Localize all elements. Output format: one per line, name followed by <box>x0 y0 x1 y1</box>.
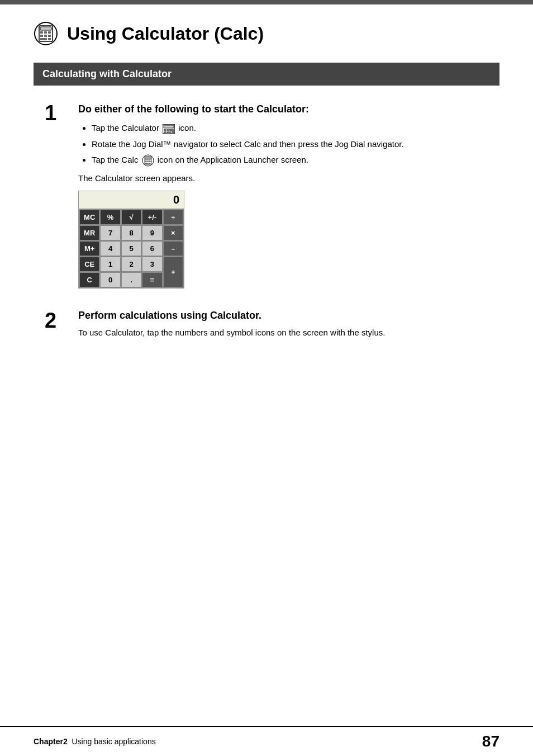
calc-inline-icon-1 <box>163 124 175 134</box>
calculator-title-icon <box>34 21 58 46</box>
calc-btn-multiply[interactable]: × <box>163 225 183 240</box>
footer-subtitle: Using basic applications <box>72 737 155 746</box>
calc-btn-plusminus[interactable]: +/- <box>142 210 162 225</box>
svg-rect-26 <box>145 161 147 162</box>
calc-btn-plus[interactable]: + <box>163 257 183 287</box>
calc-display: 0 <box>79 191 184 209</box>
step1-container: 1 Do either of the following to start th… <box>34 102 499 293</box>
step1-heading: Do either of the following to start the … <box>78 102 499 116</box>
svg-rect-7 <box>44 35 47 37</box>
svg-rect-10 <box>48 38 51 40</box>
calc-btn-1[interactable]: 1 <box>100 257 120 272</box>
calc-btn-0[interactable]: 0 <box>100 272 120 287</box>
calc-appears-text: The Calculator screen appears. <box>78 173 499 183</box>
page-content: Using Calculator (Calc) Calculating with… <box>0 4 533 390</box>
svg-rect-5 <box>48 31 51 34</box>
calc-btn-percent[interactable]: % <box>100 210 120 225</box>
svg-rect-2 <box>40 27 51 30</box>
calc-keypad: MC % √ +/- ÷ MR 7 8 9 × M+ 4 5 6 – <box>79 209 184 288</box>
page-title: Using Calculator (Calc) <box>67 23 264 44</box>
calc-btn-sqrt[interactable]: √ <box>121 210 141 225</box>
calc-btn-divide[interactable]: ÷ <box>163 210 183 225</box>
bullet-3: Tap the Calc icon on th <box>92 154 499 167</box>
calc-inline-icon-2 <box>142 154 154 167</box>
step1-number: 1 <box>45 102 67 293</box>
footer: Chapter2 Using basic applications 87 <box>0 726 533 756</box>
svg-rect-24 <box>147 159 149 160</box>
bullet-2: Rotate the Jog Dial™ navigator to select… <box>92 138 499 151</box>
calc-btn-3[interactable]: 3 <box>142 257 162 272</box>
calc-btn-minus[interactable]: – <box>163 241 183 256</box>
footer-left: Chapter2 Using basic applications <box>34 737 156 746</box>
calc-btn-4[interactable]: 4 <box>100 241 120 256</box>
step1-bullets: Tap the Calculator icon. Rotate <box>78 122 499 167</box>
svg-rect-28 <box>149 161 151 162</box>
calc-btn-equals[interactable]: = <box>142 272 162 287</box>
calc-btn-5[interactable]: 5 <box>121 241 141 256</box>
svg-rect-3 <box>40 31 43 34</box>
footer-page-number: 87 <box>482 733 499 750</box>
step2-body: To use Calculator, tap the numbers and s… <box>78 326 499 339</box>
svg-rect-22 <box>145 157 151 159</box>
step2-container: 2 Perform calculations using Calculator.… <box>34 310 499 339</box>
calc-btn-ce[interactable]: CE <box>79 257 99 272</box>
svg-rect-6 <box>40 35 43 37</box>
step2-content: Perform calculations using Calculator. T… <box>78 310 499 339</box>
svg-rect-9 <box>40 38 47 40</box>
calc-btn-6[interactable]: 6 <box>142 241 162 256</box>
calc-display-value: 0 <box>173 193 179 206</box>
page-title-area: Using Calculator (Calc) <box>34 21 499 46</box>
svg-rect-19 <box>169 131 171 133</box>
calculator-widget: 0 MC % √ +/- ÷ MR 7 8 9 × M+ <box>78 191 184 289</box>
svg-rect-4 <box>44 31 47 34</box>
section-header-text: Calculating with Calculator <box>42 68 172 79</box>
svg-rect-13 <box>164 129 166 131</box>
step1-content: Do either of the following to start the … <box>78 102 499 293</box>
calc-btn-dot[interactable]: . <box>121 272 141 287</box>
svg-rect-16 <box>164 131 166 133</box>
svg-rect-25 <box>149 159 151 160</box>
svg-rect-27 <box>147 161 149 162</box>
top-bar <box>0 0 533 4</box>
svg-rect-8 <box>48 35 51 37</box>
calc-btn-mr[interactable]: MR <box>79 225 99 240</box>
calc-btn-9[interactable]: 9 <box>142 225 162 240</box>
step2-number: 2 <box>45 310 67 339</box>
svg-rect-29 <box>145 163 149 164</box>
svg-rect-18 <box>172 129 174 133</box>
calc-btn-7[interactable]: 7 <box>100 225 120 240</box>
footer-chapter: Chapter2 <box>34 737 68 746</box>
svg-rect-30 <box>149 163 151 164</box>
calc-btn-mplus[interactable]: M+ <box>79 241 99 256</box>
calc-btn-8[interactable]: 8 <box>121 225 141 240</box>
step2-heading: Perform calculations using Calculator. <box>78 310 499 322</box>
section-header: Calculating with Calculator <box>34 63 499 86</box>
calc-btn-mc[interactable]: MC <box>79 210 99 225</box>
svg-rect-17 <box>166 131 169 133</box>
calc-btn-2[interactable]: 2 <box>121 257 141 272</box>
bullet-1: Tap the Calculator icon. <box>92 122 499 135</box>
svg-rect-14 <box>166 129 169 131</box>
calc-btn-c[interactable]: C <box>79 272 99 287</box>
svg-rect-15 <box>169 129 172 131</box>
svg-rect-23 <box>145 159 147 160</box>
svg-rect-12 <box>164 125 174 128</box>
